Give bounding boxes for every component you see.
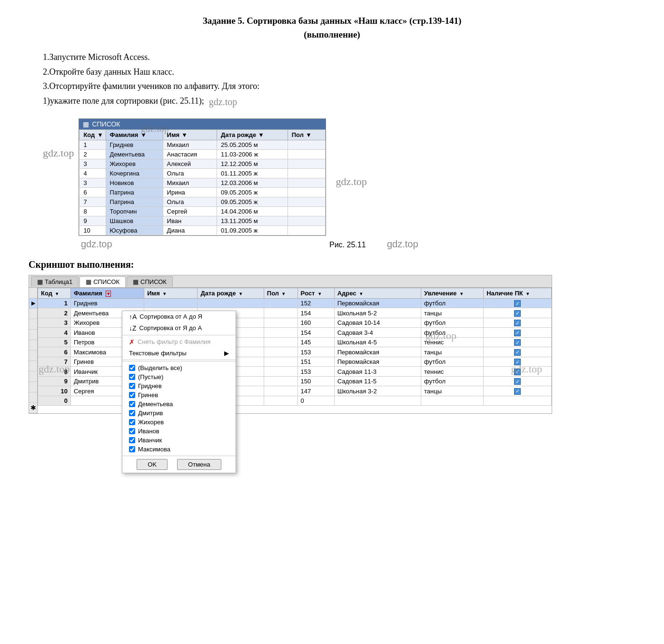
fig-cell-pol xyxy=(287,197,326,206)
step2: 2.Откройте базу данных Наш класс. xyxy=(43,65,635,79)
row-sel-1[interactable]: ▶ xyxy=(29,298,37,309)
filter-checkarea: (Выделить все) (Пустые) Гриднев Гринев xyxy=(122,361,236,456)
table-row: 5 Петров 145 Школьная 4-5 теннис ✓ xyxy=(38,337,552,347)
fig-cell-imya: Иван xyxy=(163,216,217,225)
fig-col-fam: Фамилия ▾ xyxy=(106,129,163,140)
popup-divider-2 xyxy=(122,360,236,360)
main-table-wrapper: Код ▾ Фамилия ▾ Имя ▾ Дата рожде ▾ Пол ▾… xyxy=(38,288,552,413)
cell-pol xyxy=(264,337,297,347)
fig-cell-pol xyxy=(287,149,326,159)
cell-kod: 5 xyxy=(38,337,71,347)
col-kod: Код ▾ xyxy=(38,288,71,298)
text-filters-arrow: ▶ xyxy=(224,350,229,357)
table-row: 9 Дмитрив 150 Садовая 11-5 футбол ✓ xyxy=(38,376,552,386)
remove-filter-icon: ✗ xyxy=(129,338,135,346)
tab-table1-icon: ▦ xyxy=(37,278,43,285)
cell-rost: 0 xyxy=(297,396,334,405)
row-sel-4 xyxy=(29,330,37,340)
sort-za-icon: ↓Z xyxy=(129,324,137,332)
check-ivanchik[interactable]: Иванчик xyxy=(122,436,236,445)
check-grinev-input[interactable] xyxy=(129,392,135,398)
col-uvl: Увлечение ▾ xyxy=(421,288,484,298)
cell-pol xyxy=(264,396,297,405)
pk-checkbox: ✓ xyxy=(514,378,521,385)
cell-adres: Школьная 4-5 xyxy=(334,337,421,347)
col-fam[interactable]: Фамилия ▾ xyxy=(70,288,144,298)
check-all-input[interactable] xyxy=(129,365,135,371)
check-ivanchik-label: Иванчик xyxy=(138,437,162,444)
fig-cell-fam: Патрина xyxy=(106,187,163,197)
cell-uvl: футбол xyxy=(421,318,484,328)
check-dementyeva[interactable]: Дементьева xyxy=(122,400,236,409)
check-ivanov-input[interactable] xyxy=(129,428,135,434)
figure-25-11-container: gdz.top gdz.top ▦ СПИСОК Код ▾ Фамилия ▾… xyxy=(43,118,635,250)
check-all-item[interactable]: (Выделить все) xyxy=(122,363,236,372)
popup-divider-1 xyxy=(122,335,236,335)
check-empty-input[interactable] xyxy=(129,374,135,380)
fig-cell-date: 14.04.2006 м xyxy=(217,206,288,216)
check-zhihorev-label: Жихорев xyxy=(138,419,164,426)
row-sel-3 xyxy=(29,319,37,330)
fam-dropdown-arrow[interactable]: ▾ xyxy=(106,291,111,297)
fig-table-row: 3 Новиков Михаил 12.03.2006 м xyxy=(79,178,326,187)
check-zhihorev[interactable]: Жихорев xyxy=(122,418,236,427)
cell-kod: 9 xyxy=(38,376,71,386)
check-zhihorev-input[interactable] xyxy=(129,419,135,425)
tab-spisok-2[interactable]: ▦ СПИСОК xyxy=(127,276,173,287)
check-maksimova-input[interactable] xyxy=(129,446,135,452)
page-title: Задание 5. Сортировка базы данных «Наш к… xyxy=(29,14,635,41)
fig-cell-fam: Патрина xyxy=(106,197,163,206)
cell-adres: Садовая 11-3 xyxy=(334,367,421,377)
cell-pk: ✓ xyxy=(484,376,552,386)
fig-cell-date: 01.09.2005 ж xyxy=(217,225,288,235)
check-dmitriv-label: Дмитрив xyxy=(138,410,163,417)
tab-table1[interactable]: ▦ Таблица1 xyxy=(31,276,79,287)
check-dementyeva-input[interactable] xyxy=(129,401,135,407)
fig-col-pol: Пол ▾ xyxy=(287,129,326,140)
fig-table-title: СПИСОК xyxy=(92,120,120,128)
table-row: 7 Гринев 151 Первомайская футбол ✓ xyxy=(38,357,552,367)
sort-az-label: Сортировка от А до Я xyxy=(139,313,202,320)
check-grinev-label: Гринев xyxy=(138,391,158,399)
cell-imya xyxy=(144,298,198,308)
check-dmitriv[interactable]: Дмитрив xyxy=(122,409,236,418)
cell-rost: 151 xyxy=(297,357,334,367)
check-grinev[interactable]: Гринев xyxy=(122,390,236,400)
filter-cancel-button[interactable]: Отмена xyxy=(177,459,221,470)
check-ivanchik-input[interactable] xyxy=(129,437,135,443)
fig-cell-imya: Сергей xyxy=(163,206,217,216)
tab-spisok-1[interactable]: ▦ СПИСОК xyxy=(79,276,126,287)
cell-kod: 10 xyxy=(38,386,71,396)
sort-za-item[interactable]: ↓Z Сортировка от Я до А xyxy=(122,322,236,334)
text-filters-item[interactable]: Текстовые фильтры ▶ xyxy=(122,348,236,359)
fig-cell-imya: Ирина xyxy=(163,187,217,197)
check-maksimova[interactable]: Максимова xyxy=(122,445,236,454)
check-dementyeva-label: Дементьева xyxy=(138,400,173,408)
main-area: ▶ ✱ Код ▾ xyxy=(29,288,552,413)
check-empty-label: (Пустые) xyxy=(138,373,163,381)
fig-table-icon: ▦ xyxy=(83,120,89,128)
check-dmitriv-input[interactable] xyxy=(129,410,135,416)
cell-uvl: футбол xyxy=(421,328,484,338)
row-sel-5 xyxy=(29,340,37,351)
check-maksimova-label: Максимова xyxy=(138,446,170,453)
fig-cell-fam: Дементьева xyxy=(106,149,163,159)
cell-pk: ✓ xyxy=(484,337,552,347)
sort-az-item[interactable]: ↑A Сортировка от А до Я xyxy=(122,311,236,322)
cell-fam: Гриднев xyxy=(70,298,144,308)
cell-kod: 3 xyxy=(38,318,71,328)
check-gridnev[interactable]: Гриднев xyxy=(122,381,236,390)
cell-rost: 154 xyxy=(297,308,334,318)
check-empty-item[interactable]: (Пустые) xyxy=(122,372,236,381)
fig-cell-imya: Ольга xyxy=(163,197,217,206)
table-row: 2 Дементьева 154 Школьная 5-2 танцы ✓ xyxy=(38,308,552,318)
cell-pk: ✓ xyxy=(484,328,552,338)
filter-ok-button[interactable]: OK xyxy=(137,459,168,470)
cell-pol xyxy=(264,347,297,357)
cell-adres: Школьная 5-2 xyxy=(334,308,421,318)
cell-uvl: футбол xyxy=(421,357,484,367)
text-filters-label: Текстовые фильтры xyxy=(129,350,187,357)
cell-pk: ✓ xyxy=(484,298,552,308)
check-gridnev-input[interactable] xyxy=(129,383,135,389)
check-ivanov[interactable]: Иванов xyxy=(122,427,236,436)
